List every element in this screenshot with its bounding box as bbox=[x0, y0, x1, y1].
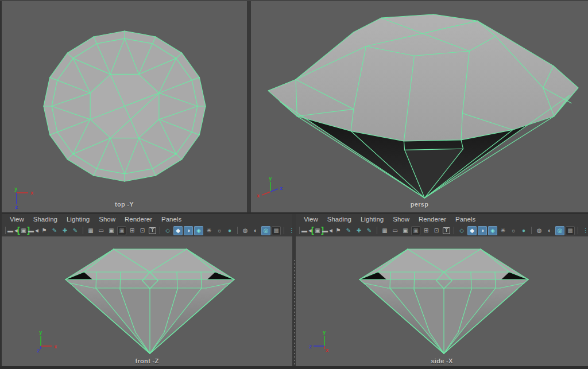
frame-icon[interactable]: ▩ bbox=[566, 226, 575, 235]
toolbar-separator bbox=[284, 227, 284, 234]
camera-attributes-icon[interactable]: ▬◄ bbox=[29, 226, 38, 235]
menu-show[interactable]: Show bbox=[94, 215, 120, 223]
pan-zoom-icon[interactable]: ✚ bbox=[354, 226, 363, 235]
select-camera-icon[interactable]: ▬◄ bbox=[9, 226, 18, 235]
textured-icon[interactable]: ◈ bbox=[194, 226, 203, 235]
lights-icon[interactable]: ✳ bbox=[204, 226, 214, 235]
gate-mask-icon[interactable]: ▣ bbox=[117, 226, 126, 235]
view-transform-icon[interactable]: ◎ bbox=[261, 226, 270, 235]
top-view-scene[interactable] bbox=[2, 1, 247, 212]
toolbar-separator bbox=[160, 227, 160, 234]
panel-menubar: ViewShadingLightingShowRendererPanels bbox=[296, 214, 588, 224]
bookmark-icon[interactable]: ⚑ bbox=[334, 226, 343, 235]
camera-attributes-icon[interactable]: ▬◄ bbox=[323, 226, 332, 235]
safe-action-icon[interactable]: ⊡ bbox=[432, 226, 441, 235]
safe-title-icon[interactable]: T bbox=[443, 227, 450, 234]
grease-pencil-icon[interactable]: ✎ bbox=[71, 226, 80, 235]
grid-icon[interactable]: ▦ bbox=[380, 226, 389, 235]
viewport-side[interactable]: yzx side -X bbox=[296, 236, 588, 369]
default-material-icon[interactable]: ◑ bbox=[478, 226, 487, 235]
ao-icon[interactable]: ● bbox=[225, 226, 234, 235]
viewport-front[interactable]: yxz front -Z bbox=[2, 236, 292, 369]
toolbar-separator bbox=[578, 227, 578, 234]
default-material-icon[interactable]: ◑ bbox=[184, 226, 193, 235]
menu-view[interactable]: View bbox=[5, 215, 29, 223]
wireframe-icon[interactable]: ◇ bbox=[163, 226, 172, 235]
field-chart-icon[interactable]: ⊞ bbox=[421, 226, 431, 235]
smooth-shade-icon[interactable]: ◆ bbox=[467, 226, 477, 235]
toolbar-separator bbox=[299, 227, 300, 234]
pane-divider-bottom[interactable] bbox=[292, 214, 296, 369]
film-gate-icon[interactable]: ▭ bbox=[390, 226, 400, 235]
panel-toolbar: ▬◄▣▬◄⚑✎✚✎▦▭▣▣⊞⊡T◇◆◑◈✳☼●◍◐◎▩⋮ bbox=[2, 224, 292, 237]
viewport-front-pane: ViewShadingLightingShowRendererPanels ▬◄… bbox=[2, 214, 292, 369]
toolbar-separator bbox=[83, 227, 83, 234]
resolution-gate-icon[interactable]: ▣ bbox=[107, 226, 116, 235]
options-icon[interactable]: ⋮ bbox=[581, 226, 588, 235]
shadows-icon[interactable]: ☼ bbox=[509, 226, 518, 235]
menu-panels[interactable]: Panels bbox=[451, 215, 480, 223]
safe-title-icon[interactable]: T bbox=[149, 227, 156, 234]
smooth-shade-icon[interactable]: ◆ bbox=[173, 226, 183, 235]
frame-icon[interactable]: ▩ bbox=[272, 226, 281, 235]
viewport-top[interactable]: xzy top -Y bbox=[2, 1, 247, 212]
top-edge bbox=[0, 0, 588, 1]
panel-menubar: ViewShadingLightingShowRendererPanels bbox=[2, 214, 292, 224]
viewport-side-pane: ViewShadingLightingShowRendererPanels ▬◄… bbox=[296, 214, 588, 369]
bottom-edge bbox=[0, 366, 588, 369]
select-camera-icon[interactable]: ▬◄ bbox=[303, 226, 312, 235]
isolate-select-icon[interactable]: ◍ bbox=[535, 226, 544, 235]
view-transform-icon[interactable]: ◎ bbox=[555, 226, 564, 235]
viewport-persp[interactable]: yxz persp bbox=[251, 1, 588, 212]
toolbar-separator bbox=[377, 227, 377, 234]
grid-icon[interactable]: ▦ bbox=[86, 226, 95, 235]
ao-icon[interactable]: ● bbox=[519, 226, 528, 235]
menu-panels[interactable]: Panels bbox=[157, 215, 186, 223]
lock-camera-icon[interactable]: ▣ bbox=[19, 226, 28, 235]
isolate-select-icon[interactable]: ◍ bbox=[241, 226, 250, 235]
toolbar-separator bbox=[5, 227, 6, 234]
image-plane-icon[interactable]: ✎ bbox=[50, 226, 59, 235]
shadows-icon[interactable]: ☼ bbox=[215, 226, 224, 235]
bookmark-icon[interactable]: ⚑ bbox=[40, 226, 49, 235]
menu-show[interactable]: Show bbox=[388, 215, 414, 223]
exposure-icon[interactable]: ◐ bbox=[545, 226, 554, 235]
safe-action-icon[interactable]: ⊡ bbox=[138, 226, 147, 235]
side-view-scene[interactable] bbox=[296, 236, 588, 369]
lights-icon[interactable]: ✳ bbox=[498, 226, 508, 235]
menu-lighting[interactable]: Lighting bbox=[356, 215, 388, 223]
persp-view-scene[interactable] bbox=[251, 1, 588, 212]
panel-toolbar: ▬◄▣▬◄⚑✎✚✎▦▭▣▣⊞⊡T◇◆◑◈✳☼●◍◐◎▩⋮ bbox=[296, 224, 588, 237]
menu-lighting[interactable]: Lighting bbox=[62, 215, 94, 223]
grease-pencil-icon[interactable]: ✎ bbox=[365, 226, 374, 235]
exposure-icon[interactable]: ◐ bbox=[251, 226, 260, 235]
textured-icon[interactable]: ◈ bbox=[488, 226, 497, 235]
film-gate-icon[interactable]: ▭ bbox=[96, 226, 106, 235]
menu-shading[interactable]: Shading bbox=[323, 215, 356, 223]
wireframe-icon[interactable]: ◇ bbox=[457, 226, 466, 235]
toolbar-separator bbox=[237, 227, 238, 234]
menu-renderer[interactable]: Renderer bbox=[414, 215, 451, 223]
options-icon[interactable]: ⋮ bbox=[287, 226, 292, 235]
resolution-gate-icon[interactable]: ▣ bbox=[401, 226, 410, 235]
pan-zoom-icon[interactable]: ✚ bbox=[60, 226, 69, 235]
menu-shading[interactable]: Shading bbox=[29, 215, 62, 223]
lock-camera-icon[interactable]: ▣ bbox=[313, 226, 322, 235]
front-view-scene[interactable] bbox=[2, 236, 292, 369]
toolbar-separator bbox=[454, 227, 454, 234]
toolbar-separator bbox=[531, 227, 532, 234]
gate-mask-icon[interactable]: ▣ bbox=[411, 226, 420, 235]
image-plane-icon[interactable]: ✎ bbox=[344, 226, 353, 235]
menu-view[interactable]: View bbox=[299, 215, 323, 223]
menu-renderer[interactable]: Renderer bbox=[120, 215, 157, 223]
maya-four-view-workspace: { "panels": { "top": { "label": "top -Y"… bbox=[0, 0, 588, 369]
field-chart-icon[interactable]: ⊞ bbox=[127, 226, 137, 235]
pane-divider-top[interactable] bbox=[247, 1, 251, 212]
